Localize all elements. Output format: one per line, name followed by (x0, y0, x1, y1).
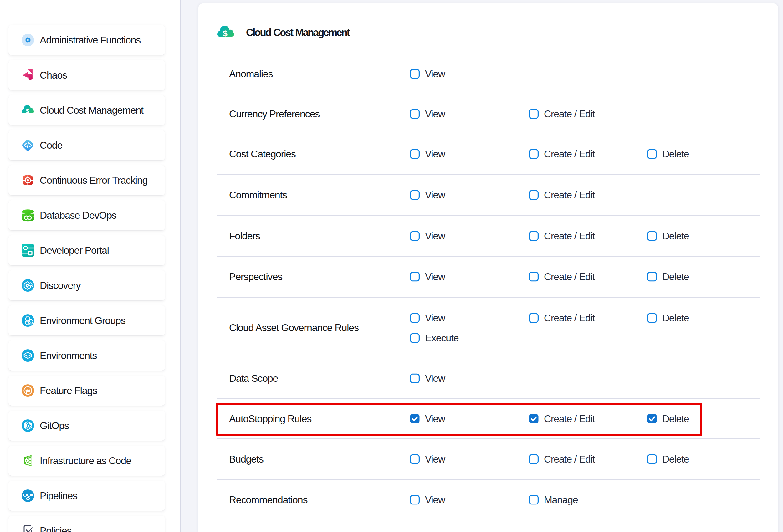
svg-text:$: $ (223, 29, 227, 38)
svg-text:$: $ (26, 108, 29, 114)
